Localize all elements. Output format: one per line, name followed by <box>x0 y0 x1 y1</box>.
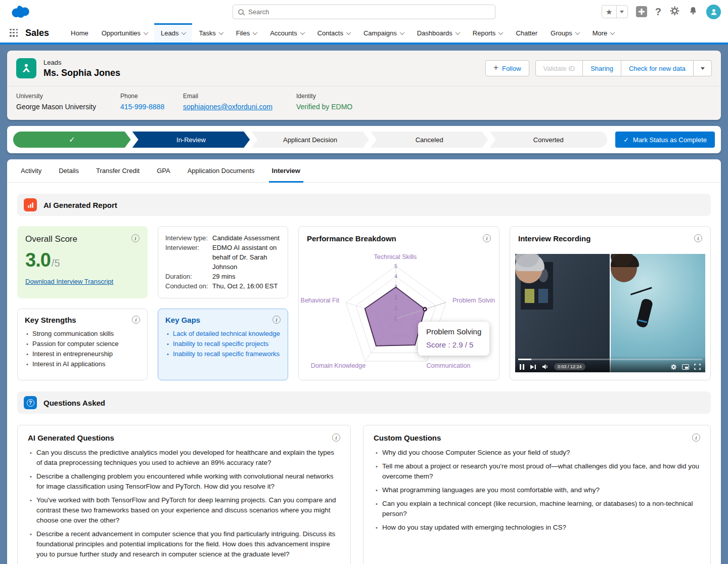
nav-item-files[interactable]: Files <box>230 23 263 42</box>
utility-bar: ★ ? <box>0 0 728 23</box>
nav-item-groups[interactable]: Groups <box>544 23 586 42</box>
list-item: Inability to recall specific frameworks <box>165 349 281 359</box>
nav-item-chatter[interactable]: Chatter <box>509 23 544 42</box>
info-icon[interactable]: i <box>692 433 700 442</box>
path-step-applicant-decision[interactable]: Applicant Decision <box>251 132 369 148</box>
search-input[interactable] <box>248 8 490 16</box>
global-search[interactable] <box>233 5 495 19</box>
mark-status-complete-button[interactable]: ✓ Mark Status as Complete <box>615 132 715 148</box>
settings-gear-icon[interactable] <box>670 364 677 370</box>
overall-score-card: Overall Score i 3.0 /5 Download Intervie… <box>17 226 148 298</box>
list-item: Lack of detailed technical knowledge <box>165 329 281 339</box>
chevron-down-icon <box>218 30 223 35</box>
meta-value: EDMO AI assistant on behalf of Dr. Sarah… <box>212 243 281 272</box>
question-item: Describe a recent advancement in compute… <box>28 529 340 559</box>
favorites-star-icon: ★ <box>606 8 612 16</box>
check-icon: ✓ <box>69 135 75 144</box>
profile-avatar-icon[interactable] <box>706 5 721 19</box>
email-link[interactable]: sophiajones@oxforduni.com <box>183 103 288 111</box>
overall-score-max: /5 <box>52 257 60 269</box>
field-phone: Phone 415-999-8888 <box>120 93 175 111</box>
section-title: Questions Asked <box>43 399 105 407</box>
help-icon[interactable]: ? <box>655 6 661 18</box>
info-icon[interactable]: i <box>131 234 140 242</box>
card-title: Key Strengths <box>25 316 76 324</box>
tab-gpa[interactable]: GPA <box>148 159 179 182</box>
phone-link[interactable]: 415-999-8888 <box>120 103 175 111</box>
validate-id-button[interactable]: Validate ID <box>535 60 583 76</box>
video-player[interactable]: 0:03 / 12:24 <box>515 254 705 372</box>
path-step-complete[interactable]: ✓ <box>13 132 131 148</box>
card-title: Interview Recording <box>518 234 590 243</box>
custom-questions-card: Custom Questions i Why did you choose Co… <box>363 425 711 564</box>
meta-value: 29 mins <box>212 272 236 281</box>
tab-activity[interactable]: Activity <box>12 159 50 182</box>
notifications-bell-icon[interactable] <box>688 6 698 18</box>
nav-item-opportunities[interactable]: Opportunities <box>95 23 154 42</box>
nav-item-contacts[interactable]: Contacts <box>311 23 357 42</box>
field-email: Email sophiajones@oxforduni.com <box>183 93 288 111</box>
tab-application-documents[interactable]: Application Documents <box>179 159 263 182</box>
svg-text:4: 4 <box>394 274 397 279</box>
path-step-canceled[interactable]: Canceled <box>371 132 488 148</box>
nav-item-more[interactable]: More <box>586 23 621 42</box>
download-transcript-link[interactable]: Download Interview Transcript <box>25 278 113 285</box>
fullscreen-icon[interactable] <box>694 364 701 370</box>
add-icon[interactable] <box>636 6 647 17</box>
nav-item-campaigns[interactable]: Campaigns <box>357 23 411 42</box>
path-step-in-review[interactable]: In-Review <box>132 132 250 148</box>
tab-transfer-credit[interactable]: Transfer Credit <box>87 159 148 182</box>
video-progress-bar[interactable] <box>518 359 702 360</box>
question-item: You've worked with both TensorFlow and P… <box>28 495 340 526</box>
section-title: AI Generated Report <box>43 201 117 209</box>
list-item: Inability to recall specific projects <box>165 339 281 349</box>
nav-item-reports[interactable]: Reports <box>466 23 510 42</box>
info-icon[interactable]: i <box>132 316 140 324</box>
nav-item-leads[interactable]: Leads <box>154 23 192 42</box>
more-actions-dropdown[interactable] <box>694 60 712 76</box>
interview-recording-card: Interview Recording i <box>510 226 711 380</box>
next-track-icon[interactable] <box>530 364 536 370</box>
nav-item-accounts[interactable]: Accounts <box>263 23 310 42</box>
setup-gear-icon[interactable] <box>669 6 680 18</box>
chevron-down-icon <box>144 30 149 35</box>
favorites-button[interactable]: ★ <box>602 5 628 18</box>
svg-text:Problem Solving: Problem Solving <box>452 297 495 304</box>
list-item: Passion for computer science <box>25 339 140 349</box>
list-item: Interest in entrepreneurship <box>25 349 140 359</box>
info-icon[interactable]: i <box>694 234 702 242</box>
question-item: Why did you choose Computer Science as y… <box>374 448 700 458</box>
pip-icon[interactable] <box>682 364 689 370</box>
info-icon[interactable]: i <box>332 433 340 442</box>
info-icon[interactable]: i <box>272 316 281 324</box>
follow-button[interactable]: +Follow <box>485 60 529 76</box>
path-step-converted[interactable]: Converted <box>490 132 608 148</box>
record-tabs: Activity Details Transfer Credit GPA App… <box>7 159 721 183</box>
pause-icon[interactable] <box>520 364 524 370</box>
interviewer-video-pane <box>515 254 610 372</box>
svg-text:Communication: Communication <box>427 362 471 369</box>
nav-item-tasks[interactable]: Tasks <box>192 23 229 42</box>
sharing-button[interactable]: Sharing <box>583 60 621 76</box>
nav-item-dashboards[interactable]: Dashboards <box>411 23 466 42</box>
check-icon: ✓ <box>623 136 629 144</box>
list-item: Strong communication skills <box>25 329 140 339</box>
question-item: Can you explain a technical concept (lik… <box>374 499 700 519</box>
meta-label: Interviewer: <box>165 243 212 272</box>
svg-text:Behavioral Fit: Behavioral Fit <box>301 297 340 304</box>
app-launcher-waffle-icon[interactable] <box>10 29 18 37</box>
field-university: University George Mason University <box>16 93 112 111</box>
chevron-down-icon <box>610 30 615 35</box>
info-icon[interactable]: i <box>483 234 491 242</box>
tab-details[interactable]: Details <box>50 159 87 182</box>
search-icon <box>238 9 244 15</box>
tab-interview[interactable]: Interview <box>263 159 309 182</box>
check-for-new-data-button[interactable]: Check for new data <box>621 60 694 76</box>
nav-item-home[interactable]: Home <box>64 23 95 42</box>
meta-label: Duration: <box>165 272 212 281</box>
chevron-down-icon <box>399 30 404 35</box>
tooltip-category: Problem Solving <box>426 327 481 336</box>
svg-text:Domain Knowledge: Domain Knowledge <box>311 362 366 369</box>
volume-icon[interactable] <box>542 364 549 370</box>
question-item: Describe a challenging problem you encou… <box>28 471 340 492</box>
